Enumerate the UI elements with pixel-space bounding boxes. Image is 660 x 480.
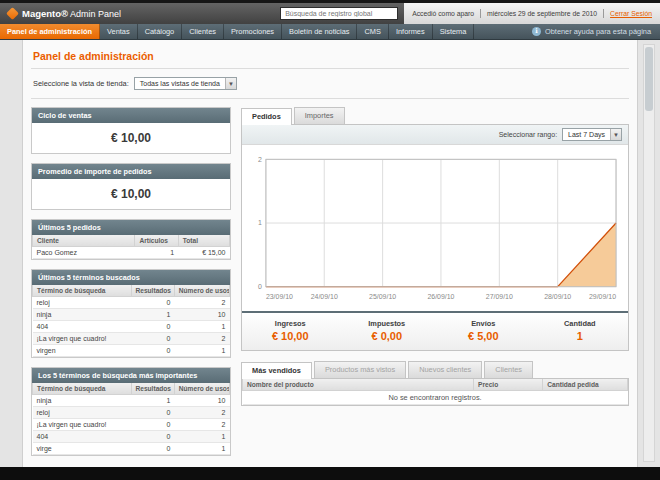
- separator: [480, 9, 481, 18]
- last-orders-card: Últimos 5 pedidos Cliente Artículos Tota…: [31, 219, 231, 260]
- tab-productos-mas-vistos[interactable]: Productos más vistos: [314, 361, 406, 378]
- table-row[interactable]: ¡La virgen que cuadro! 0 2: [33, 419, 230, 431]
- nav-item-ventas[interactable]: Ventas: [100, 24, 138, 39]
- content-area: Panel de administración Seleccione la vi…: [0, 40, 660, 467]
- diagram-tabs: Pedidos Importes: [241, 107, 629, 125]
- col-cantidad-pedida: Cantidad pedida: [543, 379, 628, 391]
- table-row[interactable]: Paco Gomez 1 € 15,00: [33, 247, 230, 259]
- session-info: Accedió como aparo miércoles 29 de septi…: [404, 3, 660, 24]
- chart-y-label: 2: [258, 156, 262, 163]
- logged-in-as: Accedió como aparo: [412, 10, 474, 17]
- content-card: Panel de administración Seleccione la vi…: [22, 40, 638, 467]
- chevron-down-icon: ▼: [610, 129, 621, 140]
- table-row[interactable]: reloj 0 2: [33, 297, 230, 309]
- nav-item-promociones[interactable]: Promociones: [224, 24, 282, 39]
- brand-text: Magento® Admin Panel: [22, 8, 121, 19]
- left-column: Ciclo de ventas € 10,00 Promedio de impo…: [31, 107, 231, 465]
- last-orders-table: Cliente Artículos Total Paco Gomez 1 € 1…: [32, 235, 230, 259]
- total-envios: Envíos € 5,00: [435, 319, 532, 342]
- average-orders-card: Promedio de importe de pedidos € 10,00: [31, 163, 231, 210]
- last-search-table: Término de búsqueda Resultados Número de…: [32, 285, 230, 357]
- magento-logo-icon: [6, 7, 19, 20]
- orders-panel: Seleccionar rango: Last 7 Days ▼ 23/09/1…: [241, 125, 629, 351]
- nav-item-clientes[interactable]: Clientes: [182, 24, 224, 39]
- scrollbar-thumb[interactable]: [645, 47, 653, 111]
- grid-tabs: Más vendidos Productos más vistos Nuevos…: [241, 361, 629, 379]
- total-ingresos: Ingresos € 10,00: [242, 319, 339, 342]
- table-row[interactable]: ninja 1 10: [33, 309, 230, 321]
- tab-nuevos-clientes[interactable]: Nuevos clientes: [408, 361, 482, 378]
- col-termino: Término de búsqueda: [33, 285, 132, 297]
- tab-mas-vendidos[interactable]: Más vendidos: [241, 362, 312, 379]
- tab-clientes[interactable]: Clientes: [484, 361, 533, 378]
- global-search-input[interactable]: [280, 7, 398, 20]
- col-resultados: Resultados: [131, 383, 174, 395]
- table-row[interactable]: virgen 0 1: [33, 345, 230, 357]
- chevron-down-icon: ▼: [225, 78, 236, 89]
- bestsellers-panel: Nombre del producto Precio Cantidad pedi…: [241, 379, 629, 406]
- chart-x-label: 28/09/10: [544, 293, 571, 300]
- scrollbar[interactable]: [643, 44, 655, 462]
- chart-y-label: 1: [258, 220, 262, 227]
- top-search-title: Los 5 términos de búsqueda más important…: [32, 368, 230, 383]
- table-row[interactable]: 404 0 1: [33, 431, 230, 443]
- orders-chart: 23/09/1024/09/1025/09/1026/09/1027/09/10…: [242, 145, 628, 307]
- col-total: Total: [178, 235, 229, 247]
- brand-name: Magento®: [22, 8, 68, 19]
- logout-link[interactable]: Cerrar Sesión: [610, 10, 652, 17]
- chart-x-label: 24/09/10: [311, 293, 338, 300]
- chart-x-label: 27/09/10: [486, 293, 513, 300]
- page-title: Panel de administración: [31, 44, 629, 68]
- average-orders-title: Promedio de importe de pedidos: [32, 164, 230, 179]
- magento-admin-window: Magento® Admin Panel Accedió como aparo …: [0, 0, 660, 480]
- col-precio: Precio: [474, 379, 543, 391]
- page-help-link[interactable]: i Obtener ayuda para esta página: [523, 24, 660, 39]
- nav-item-sistema[interactable]: Sistema: [433, 24, 475, 39]
- chart-x-label: 25/09/10: [369, 293, 396, 300]
- range-label: Seleccionar rango:: [499, 131, 557, 138]
- window-bottom-edge: [0, 467, 660, 480]
- table-row[interactable]: ninja 1 10: [33, 395, 230, 407]
- range-select[interactable]: Last 7 Days ▼: [562, 128, 622, 141]
- bestsellers-table: Nombre del producto Precio Cantidad pedi…: [242, 379, 628, 405]
- header-bar: Magento® Admin Panel Accedió como aparo …: [0, 3, 660, 24]
- right-column: Pedidos Importes Seleccionar rango: Last…: [241, 107, 629, 465]
- col-usos: Número de usos: [174, 285, 229, 297]
- last-search-card: Últimos 5 términos buscados Término de b…: [31, 269, 231, 358]
- tab-importes[interactable]: Importes: [294, 107, 345, 124]
- range-row: Seleccionar rango: Last 7 Days ▼: [242, 125, 628, 145]
- chart-x-label: 26/09/10: [427, 293, 454, 300]
- col-articulos: Artículos: [135, 235, 178, 247]
- top-search-card: Los 5 términos de búsqueda más important…: [31, 367, 231, 456]
- total-cantidad: Cantidad 1: [532, 319, 629, 342]
- current-date: miércoles 29 de septiembre de 2010: [487, 10, 597, 17]
- top-search-table: Término de búsqueda Resultados Número de…: [32, 383, 230, 455]
- table-row[interactable]: virge 0 1: [33, 443, 230, 455]
- separator: [603, 9, 604, 18]
- table-row[interactable]: reloj 0 2: [33, 407, 230, 419]
- table-row[interactable]: 404 0 1: [33, 321, 230, 333]
- brand-suffix: Admin Panel: [70, 9, 121, 19]
- store-view-select[interactable]: Todas las vistas de tienda ▼: [134, 77, 237, 90]
- table-header-row: Cliente Artículos Total: [33, 235, 230, 247]
- nav-item-boletin[interactable]: Boletín de noticias: [282, 24, 357, 39]
- help-icon: i: [532, 27, 541, 36]
- store-view-label: Seleccione la vista de tienda:: [33, 79, 129, 88]
- table-header-row: Término de búsqueda Resultados Número de…: [33, 285, 230, 297]
- main-nav: Panel de administración Ventas Catálogo …: [0, 24, 660, 40]
- average-orders-value: € 10,00: [32, 179, 230, 209]
- nav-item-cms[interactable]: CMS: [357, 24, 388, 39]
- tab-pedidos[interactable]: Pedidos: [241, 108, 292, 125]
- nav-item-catalogo[interactable]: Catálogo: [138, 24, 183, 39]
- nav-item-dashboard[interactable]: Panel de administración: [0, 24, 100, 39]
- col-nombre-producto: Nombre del producto: [243, 379, 474, 391]
- lifetime-sales-card: Ciclo de ventas € 10,00: [31, 107, 231, 154]
- nav-item-informes[interactable]: Informes: [389, 24, 433, 39]
- empty-message: No se encontraron registros.: [243, 391, 628, 405]
- chart-x-label: 29/09/10: [589, 293, 616, 300]
- col-usos: Número de usos: [174, 383, 229, 395]
- last-search-title: Últimos 5 términos buscados: [32, 270, 230, 285]
- orders-chart-svg: 23/09/1024/09/1025/09/1026/09/1027/09/10…: [246, 151, 624, 303]
- table-row[interactable]: ¡La virgen que cuadro! 0 2: [33, 333, 230, 345]
- store-view-row: Seleccione la vista de tienda: Todas las…: [31, 69, 629, 98]
